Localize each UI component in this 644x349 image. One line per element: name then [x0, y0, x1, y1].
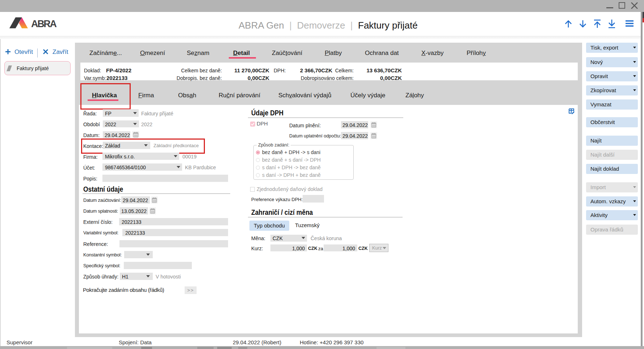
svg-text:ABRA: ABRA [31, 18, 57, 29]
